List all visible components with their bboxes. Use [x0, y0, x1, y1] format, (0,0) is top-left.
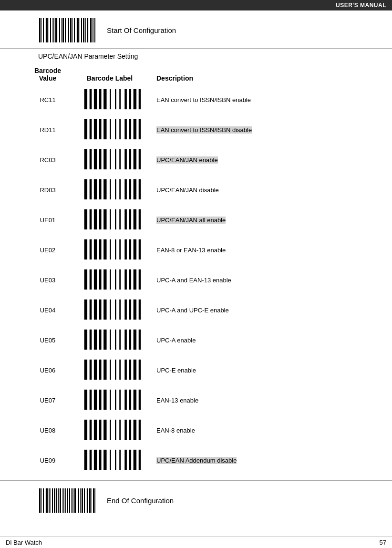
cell-barcode-value: UE01 [29, 205, 67, 235]
svg-rect-234 [139, 450, 141, 470]
cell-barcode-value: RC03 [29, 145, 67, 175]
svg-rect-63 [84, 149, 87, 169]
svg-rect-80 [90, 179, 92, 199]
svg-rect-17 [70, 18, 72, 42]
svg-rect-165 [115, 330, 116, 350]
svg-rect-116 [110, 239, 111, 259]
svg-rect-209 [94, 420, 97, 440]
svg-rect-176 [90, 360, 92, 380]
header-bar: USER'S MANUAL [0, 0, 392, 10]
svg-rect-168 [129, 330, 131, 350]
svg-rect-210 [99, 420, 102, 440]
footer-right: 57 [380, 539, 386, 546]
barcode-table: BarcodeValue Barcode Label Description R… [29, 64, 363, 476]
svg-rect-137 [134, 269, 136, 290]
svg-rect-72 [129, 149, 131, 169]
svg-rect-21 [77, 18, 79, 42]
cell-barcode-value: UE04 [29, 295, 67, 325]
svg-rect-193 [94, 390, 97, 410]
svg-rect-243 [46, 488, 48, 513]
table-row: UE03UPC-A and EAN-13 enable [29, 265, 363, 295]
svg-rect-251 [62, 488, 62, 513]
svg-rect-121 [134, 239, 136, 259]
svg-rect-25 [85, 18, 86, 42]
svg-rect-52 [110, 119, 111, 139]
section-title: UPC/EAN/JAN Parameter Setting [0, 49, 392, 64]
svg-rect-9 [55, 18, 57, 42]
svg-rect-36 [110, 89, 111, 109]
svg-rect-4 [46, 18, 48, 42]
svg-rect-117 [115, 239, 116, 259]
svg-rect-82 [99, 179, 102, 199]
svg-rect-67 [103, 149, 106, 169]
svg-rect-35 [103, 89, 106, 109]
svg-rect-148 [110, 300, 111, 320]
svg-rect-143 [84, 300, 87, 320]
svg-rect-240 [41, 488, 42, 513]
svg-rect-261 [80, 488, 81, 513]
svg-rect-7 [52, 18, 52, 42]
svg-rect-15 [67, 18, 67, 42]
svg-rect-38 [119, 89, 121, 109]
svg-rect-22 [80, 18, 80, 42]
end-config-label: End Of Configuration [107, 496, 174, 505]
svg-rect-197 [115, 390, 116, 410]
svg-rect-198 [119, 390, 121, 410]
svg-rect-138 [139, 269, 141, 290]
svg-rect-50 [99, 119, 102, 139]
svg-rect-104 [129, 209, 131, 229]
svg-rect-164 [110, 330, 111, 350]
svg-rect-1 [41, 18, 42, 42]
svg-rect-262 [82, 488, 83, 513]
svg-rect-32 [90, 89, 92, 109]
svg-rect-135 [124, 269, 127, 290]
cell-barcode-label [67, 355, 153, 385]
svg-rect-212 [110, 420, 111, 440]
cell-description: UPC-A enable [153, 325, 363, 355]
table-row: RD11EAN convert to ISSN/ISBN disable [29, 115, 363, 145]
svg-rect-99 [103, 209, 106, 229]
svg-rect-257 [72, 488, 73, 513]
cell-barcode-value: UE07 [29, 385, 67, 415]
svg-rect-51 [103, 119, 106, 139]
barcode-table-container: BarcodeValue Barcode Label Description R… [0, 64, 392, 476]
end-config-section: End Of Configuration [0, 480, 392, 518]
svg-rect-224 [90, 450, 92, 470]
col-header-value: BarcodeValue [29, 64, 67, 85]
cell-barcode-label [67, 235, 153, 265]
cell-barcode-label [67, 415, 153, 445]
col-header-label: Barcode Label [67, 64, 153, 85]
svg-rect-167 [124, 330, 127, 350]
cell-barcode-label [67, 145, 153, 175]
svg-rect-247 [54, 488, 55, 513]
svg-rect-114 [99, 239, 102, 259]
svg-rect-39 [124, 89, 127, 109]
svg-rect-30 [94, 18, 95, 42]
svg-rect-5 [49, 18, 49, 42]
svg-rect-153 [134, 300, 136, 320]
svg-rect-33 [94, 89, 97, 109]
svg-rect-85 [115, 179, 116, 199]
svg-rect-267 [92, 488, 92, 513]
svg-rect-16 [68, 18, 69, 42]
start-config-label: Start Of Configuration [107, 26, 176, 34]
svg-rect-231 [124, 450, 127, 470]
svg-rect-166 [119, 330, 121, 350]
svg-rect-208 [90, 420, 92, 440]
footer: Di Bar Watch 57 [0, 537, 392, 548]
svg-rect-246 [52, 488, 53, 513]
cell-barcode-label [67, 445, 153, 476]
svg-rect-106 [139, 209, 141, 229]
table-row: UE05UPC-A enable [29, 325, 363, 355]
svg-rect-81 [94, 179, 97, 199]
svg-rect-0 [39, 18, 41, 42]
svg-rect-256 [71, 488, 72, 513]
svg-rect-252 [63, 488, 64, 513]
svg-rect-98 [99, 209, 102, 229]
svg-rect-225 [94, 450, 97, 470]
svg-rect-177 [94, 360, 97, 380]
cell-barcode-value: UE03 [29, 265, 67, 295]
header-title: USER'S MANUAL [336, 2, 386, 9]
svg-rect-149 [115, 300, 116, 320]
svg-rect-65 [94, 149, 97, 169]
